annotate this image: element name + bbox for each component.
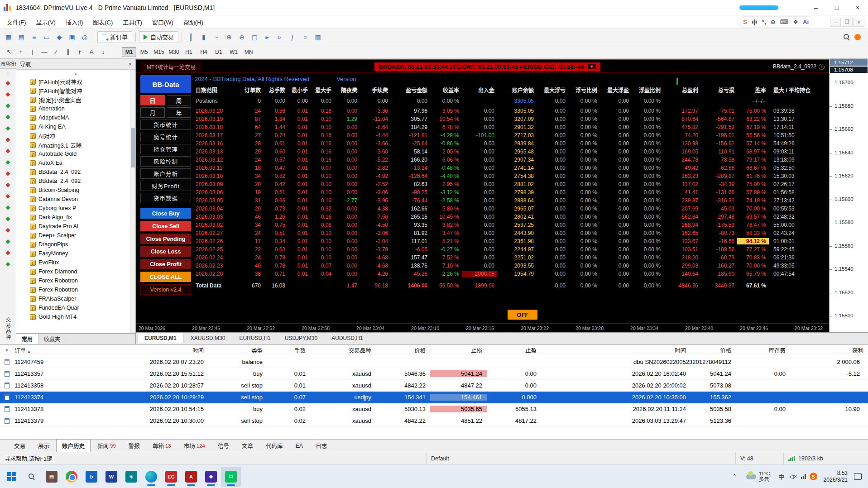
scrollbar-thumb[interactable] <box>131 128 135 167</box>
start-button[interactable] <box>2 467 22 487</box>
chart-tab[interactable]: EURUSD,M1 <box>138 333 183 343</box>
maximize-button[interactable]: □ <box>826 0 847 15</box>
ea-period-button[interactable]: 年 <box>167 107 191 118</box>
ea-menu-button[interactable]: 货币统计 <box>140 120 191 130</box>
ea-menu-button[interactable]: 货币数据 <box>140 193 191 203</box>
menu-item[interactable]: 插入(I) <box>61 16 88 28</box>
acrobat-app-icon[interactable]: A <box>181 467 201 487</box>
weather-widget[interactable]: 11°C 多云 <box>743 471 774 482</box>
table-row[interactable]: 1124133742026.02.20 10:29:29sell stop0.0… <box>0 392 868 403</box>
navigator-item[interactable]: ƒAutotrade Gold <box>16 149 135 158</box>
ec-app-icon[interactable]: EC <box>161 467 181 487</box>
trendline-icon[interactable]: ∕ <box>51 47 62 57</box>
terminal-tab[interactable]: 展示 <box>32 439 55 452</box>
toolbox-icon[interactable]: ❖ <box>793 19 798 25</box>
navigator-item[interactable]: ƒFundedEA Quar <box>16 303 135 312</box>
navigator-item[interactable]: ƒAI对冲 <box>16 131 135 140</box>
navigator-item[interactable]: ƒAutoX Ea <box>16 158 135 167</box>
chevron-down-icon[interactable]: ▼ <box>588 64 596 69</box>
mic-icon[interactable]: ⊙ <box>771 19 776 25</box>
navigator-item[interactable]: ƒAmazing3.1-去除 <box>16 140 135 149</box>
navigator-item[interactable]: ƒCyborg forex P <box>16 204 135 213</box>
search-icon[interactable] <box>844 34 850 40</box>
chrome-app-icon[interactable] <box>62 467 82 487</box>
auto-scroll-icon[interactable]: ▸ <box>261 31 273 43</box>
vertical-line-icon[interactable]: | <box>27 47 38 57</box>
navigator-item[interactable]: ƒDark Algo_fix <box>16 213 135 222</box>
chart-minimize-icon[interactable]: – <box>830 18 841 27</box>
table-row[interactable]: 1124133782026.02.20 10:54:15buy0.02xauus… <box>0 403 868 415</box>
symbol-icon[interactable]: ◆ <box>6 148 10 153</box>
navigator-item[interactable]: ƒCatarina Devon <box>16 195 135 204</box>
sogou-logo-icon[interactable]: S <box>743 19 747 25</box>
chinese-mode-icon[interactable]: 中 <box>752 18 758 26</box>
text-label-icon[interactable]: A <box>86 47 97 57</box>
timeframe-h4[interactable]: H4 <box>197 47 211 57</box>
line-chart-icon[interactable]: ~ <box>211 31 222 43</box>
ea-close-icon[interactable]: × <box>819 64 825 70</box>
timeframe-m1[interactable]: M1 <box>122 47 136 57</box>
ea-period-button[interactable]: 周 <box>167 95 191 105</box>
terminal-tab[interactable]: EA <box>289 440 309 451</box>
terminal-tab[interactable]: 日志 <box>310 439 333 452</box>
ea-period-button[interactable]: 月 <box>140 107 165 118</box>
terminal-icon[interactable]: ▣ <box>66 31 78 43</box>
navigator-item[interactable]: ƒDragonPips <box>16 240 135 249</box>
navigator-item[interactable]: ƒAdaptiveMA <box>16 113 135 122</box>
navigator-item[interactable]: ƒGold High MT4 <box>16 312 135 321</box>
symbol-icon[interactable]: ◆ <box>6 159 10 165</box>
navigator-item[interactable]: ƒEasyMoney <box>16 249 135 258</box>
volume-muted-icon[interactable]: ◁× <box>789 473 797 480</box>
navigator-item[interactable]: ƒFRAisaScalper <box>16 294 135 303</box>
navigator-item[interactable]: ƒAberration <box>16 104 135 113</box>
menu-item[interactable]: 工具(T) <box>118 16 147 28</box>
chart-close-icon[interactable]: × <box>854 18 864 27</box>
close-button[interactable]: × <box>847 0 868 15</box>
terminal-close-icon[interactable]: × <box>0 347 14 354</box>
navigator-item[interactable]: ƒForex Diamond <box>16 267 135 276</box>
timeframe-m5[interactable]: M5 <box>137 47 151 57</box>
navigator-item[interactable]: ƒForex Robotron <box>16 285 135 294</box>
navigator-item[interactable]: ƒEvoFlux <box>16 258 135 267</box>
symbol-icon[interactable]: ◆ <box>6 238 10 244</box>
timeframe-mn[interactable]: MN <box>241 47 256 57</box>
bar-chart-icon[interactable]: ║ <box>185 31 197 43</box>
ea-close-button[interactable]: Close Profit <box>140 259 191 269</box>
timeframe-h1[interactable]: H1 <box>182 47 196 57</box>
table-row[interactable]: 1124133572026.02.20 15:51:12buy0.01xauus… <box>0 368 868 380</box>
ea-menu-button[interactable]: 财务Profit <box>140 181 191 191</box>
taskbar-clock[interactable]: 8:53 2026/3/21 <box>821 470 850 483</box>
app-icon-blue[interactable]: b <box>82 467 101 487</box>
symbol-icon[interactable]: ◆ <box>6 215 10 221</box>
ea-off-button[interactable]: OFF <box>508 310 537 320</box>
timeframe-w1[interactable]: W1 <box>226 47 241 57</box>
market-watch-symbols-tab[interactable]: 交易品种 <box>5 317 12 340</box>
chart-tab[interactable]: AUDUSD,H1 <box>325 333 369 343</box>
terminal-tab[interactable]: 账户历史 <box>56 439 91 452</box>
ea-menu-button[interactable]: 魔号统计 <box>140 132 191 142</box>
symbol-icon[interactable]: ◆ <box>6 80 10 86</box>
chart-profiles-icon[interactable]: ▤ <box>15 31 27 43</box>
minimize-button[interactable]: – <box>806 0 826 15</box>
ea-menu-button[interactable]: 风险控制 <box>140 156 191 167</box>
symbol-icon[interactable]: ◆ <box>6 125 10 131</box>
chart-tab[interactable]: USDJPY,M30 <box>278 333 324 343</box>
indicators-icon[interactable]: ƒ <box>287 31 298 43</box>
symbol-icon[interactable]: ◆ <box>6 102 10 108</box>
ea-close-button[interactable]: Close Pending <box>140 234 191 244</box>
menu-item[interactable]: 文件(F) <box>2 16 31 28</box>
tile-windows-icon[interactable]: ▢ <box>249 31 260 43</box>
sogou-tray-icon[interactable]: S <box>810 473 817 480</box>
menu-item[interactable]: 显示(V) <box>31 16 61 28</box>
symbol-icon[interactable]: ◆ <box>6 249 10 255</box>
navigator-item[interactable]: ƒForex Robotron <box>16 276 135 285</box>
ea-version-button[interactable]: Version v2.4 <box>140 284 191 295</box>
horizontal-line-icon[interactable]: — <box>39 47 50 57</box>
navigator-scrollbar[interactable] <box>130 70 135 333</box>
ea-close-button[interactable]: CLOSE ALL <box>140 272 191 282</box>
word-app-icon[interactable]: W <box>101 467 121 487</box>
symbol-icon[interactable]: ◆ <box>6 261 10 267</box>
scroll-up-icon[interactable]: ↑ <box>7 72 10 77</box>
ea-close-button[interactable]: Close Sell <box>140 221 191 231</box>
ea-close-button[interactable]: Close Buy <box>140 208 191 219</box>
